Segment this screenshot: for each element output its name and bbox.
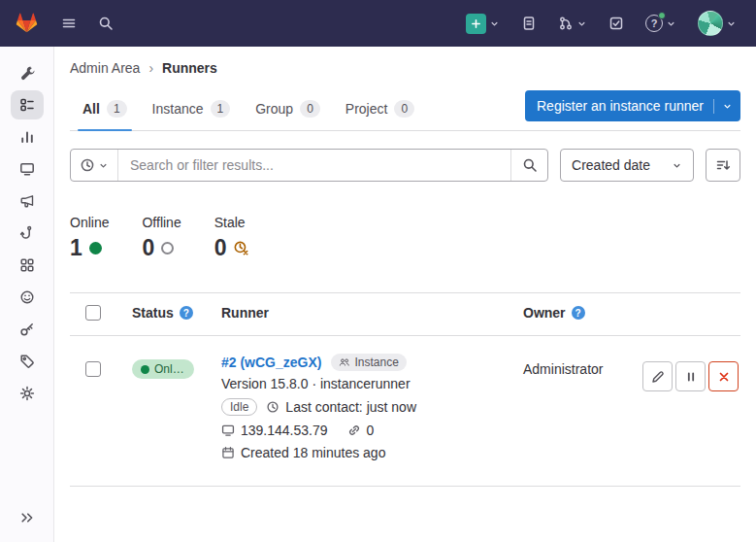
sort-direction-button[interactable]	[706, 149, 740, 182]
register-instance-runner-button[interactable]: Register an instance runner	[525, 90, 740, 121]
breadcrumb-current-page: Runners	[162, 60, 217, 76]
sidebar-item-labels[interactable]	[11, 347, 44, 376]
sort-by-dropdown[interactable]: Created date	[560, 149, 694, 182]
calendar-icon	[221, 446, 235, 459]
sidebar-item-overview[interactable]	[11, 90, 44, 119]
tab-project[interactable]: Project 0	[333, 89, 427, 130]
tag-icon	[19, 354, 35, 369]
tab-group[interactable]: Group 0	[243, 89, 333, 130]
breadcrumb-separator: ›	[148, 60, 153, 76]
stat-stale: Stale 0	[214, 215, 250, 261]
stat-stale-value: 0	[214, 235, 227, 261]
sort-by-label: Created date	[572, 157, 650, 173]
stat-stale-label: Stale	[214, 215, 250, 230]
key-icon	[19, 322, 35, 337]
chevron-down-icon	[98, 160, 109, 171]
history-clock-icon	[80, 157, 95, 173]
tab-project-count: 0	[394, 100, 414, 118]
user-menu-button[interactable]	[692, 5, 742, 42]
collapse-sidebar-button[interactable]	[11, 503, 44, 532]
runner-status-text: Online	[154, 362, 185, 376]
stat-offline: Offline 0	[142, 215, 181, 261]
register-button-label: Register an instance runner	[537, 98, 713, 114]
admin-sidebar	[0, 47, 54, 542]
sidebar-item-applications[interactable]	[11, 251, 44, 280]
top-navigation-bar: ?	[0, 0, 756, 47]
owner-column-header: Owner	[523, 305, 566, 321]
wrench-icon	[19, 65, 35, 81]
stat-offline-label: Offline	[142, 215, 181, 230]
breadcrumb: Admin Area › Runners	[70, 47, 740, 87]
runner-tabs: All 1 Instance 1 Group 0 Project 0 Regis…	[70, 89, 740, 131]
runner-owner: Administrator	[523, 361, 603, 377]
user-avatar	[698, 11, 723, 36]
pause-icon	[683, 369, 699, 385]
search-submit-button[interactable]	[510, 150, 547, 181]
status-help-icon[interactable]: ?	[180, 306, 193, 320]
smiley-face-icon	[19, 289, 35, 305]
global-search-button[interactable]	[92, 10, 119, 37]
host-monitor-icon	[221, 423, 235, 437]
monitor-icon	[19, 161, 35, 177]
edit-runner-button[interactable]	[642, 361, 673, 391]
issues-button[interactable]	[515, 10, 542, 37]
register-button-dropdown-toggle[interactable]	[713, 99, 740, 114]
select-all-checkbox[interactable]	[85, 305, 101, 321]
sidebar-item-credentials[interactable]	[11, 315, 44, 344]
sidebar-item-abuse-reports[interactable]	[11, 283, 44, 312]
help-menu-button[interactable]: ?	[640, 9, 682, 38]
sidebar-item-analytics[interactable]	[11, 122, 44, 152]
breadcrumb-admin-area-link[interactable]: Admin Area	[70, 60, 140, 76]
runner-stats: Online 1 Offline 0 Stale 0	[70, 215, 740, 261]
tab-instance[interactable]: Instance 1	[140, 89, 244, 130]
runner-column-header: Runner	[221, 305, 269, 321]
sidebar-item-admin-area[interactable]	[11, 58, 44, 87]
search-history-dropdown[interactable]	[71, 150, 118, 181]
todos-check-icon	[608, 16, 624, 31]
sidebar-item-system-hooks[interactable]	[11, 219, 44, 248]
runner-id-link[interactable]: #2 (wCG_zeGX)	[221, 355, 321, 370]
chevron-down-icon	[576, 18, 587, 29]
applications-grid-icon	[19, 257, 35, 273]
tab-all-label: All	[82, 101, 100, 117]
tab-all-count: 1	[107, 100, 127, 118]
gitlab-tanuki-icon	[14, 11, 40, 36]
last-contact-text: Last contact: just now	[285, 399, 416, 415]
overview-list-icon	[19, 97, 35, 113]
tab-all[interactable]: All 1	[70, 89, 140, 130]
tab-group-count: 0	[300, 100, 320, 118]
tab-instance-label: Instance	[152, 101, 204, 117]
issues-icon	[521, 16, 537, 31]
link-chain-icon	[347, 423, 361, 437]
new-menu-button[interactable]	[460, 8, 506, 40]
todos-button[interactable]	[603, 10, 630, 37]
row-checkbox[interactable]	[85, 361, 101, 377]
topbar-right-group: ?	[460, 5, 742, 42]
offline-status-ring-icon	[161, 242, 174, 254]
main-content: Admin Area › Runners All 1 Instance 1 Gr…	[54, 47, 756, 542]
runner-type-badge: Instance	[331, 354, 406, 371]
runner-created-text: Created 18 minutes ago	[241, 445, 385, 460]
stale-clock-icon	[233, 240, 249, 256]
hook-icon	[19, 225, 35, 241]
pause-runner-button[interactable]	[675, 361, 706, 391]
filter-search-input[interactable]	[118, 150, 510, 181]
bar-chart-icon	[19, 129, 35, 145]
merge-requests-button[interactable]	[552, 10, 593, 37]
runner-row: Online #2 (wCG_zeGX) Instance Version 15…	[70, 336, 740, 487]
hamburger-menu-button[interactable]	[55, 10, 82, 37]
sidebar-item-messages[interactable]	[11, 186, 44, 216]
online-status-dot-icon	[89, 242, 102, 254]
runner-activity-badge: Idle	[221, 398, 257, 416]
related-count: 0	[367, 423, 375, 438]
gitlab-logo[interactable]	[14, 7, 46, 40]
sidebar-item-settings[interactable]	[11, 379, 44, 408]
runner-ip-address: 139.144.53.79	[241, 423, 328, 438]
owner-help-icon[interactable]: ?	[572, 306, 585, 320]
plus-icon	[466, 14, 486, 34]
chevron-down-icon	[672, 160, 682, 171]
sidebar-item-monitoring[interactable]	[11, 154, 44, 184]
search-icon	[522, 157, 538, 173]
chevron-down-icon	[489, 18, 500, 29]
delete-runner-button[interactable]	[708, 361, 739, 391]
